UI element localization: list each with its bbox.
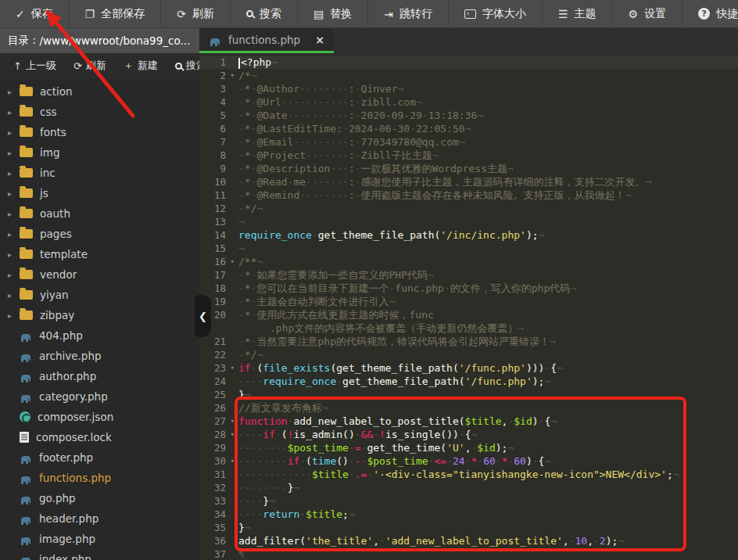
toolbar-button-save-all[interactable]: ❐全部保存 — [70, 0, 162, 27]
tree-item-author.php[interactable]: author.php — [0, 366, 199, 386]
tree-item-functions.php[interactable]: functions.php — [0, 468, 199, 488]
fold-arrow-icon[interactable]: ▾ — [231, 415, 235, 428]
sidebar-button-plus[interactable]: ＋新建 — [116, 59, 165, 73]
editor-line[interactable]: 10·*·@Read·me·······:·感谢您使用子比主题，主题源码有详细的… — [199, 175, 738, 188]
editor-line[interactable]: 37¶ — [199, 547, 738, 560]
tree-item-fonts[interactable]: ▸fonts — [0, 122, 199, 142]
editor-line[interactable]: 30▾········if·(time()·-·$post_time·<=·24… — [199, 454, 738, 468]
editor-line[interactable]: 3·*·@Author········:·Qinver¬ — [199, 82, 738, 95]
toolbar-button-search[interactable]: 搜索 — [231, 0, 298, 27]
tree-item-index.php[interactable]: index.php — [0, 549, 199, 560]
editor-line[interactable]: 33····}¬ — [199, 494, 738, 508]
editor-line[interactable]: 19·*·主题会自动判断文件进行引入¬ — [199, 295, 738, 308]
editor-line[interactable]: 4·*·@Url···········:·zibll.com¬ — [199, 95, 738, 109]
editor-line[interactable]: 21·*·当然需要注意php的代码规范，错误代码将会引起网站严重错误！¬ — [199, 335, 738, 348]
editor-line[interactable]: 28▾····if·(!is_admin()·&&·!is_single())·… — [199, 428, 738, 441]
toolbar-button-settings[interactable]: ⚙设置 — [613, 0, 683, 27]
tree-item-composer.lock[interactable]: composer.lock — [0, 427, 199, 447]
toolbar-button-goto-line[interactable]: ⇥跳转行 — [368, 0, 449, 27]
editor-line[interactable]: 34····return·$title;¬ — [199, 508, 738, 521]
tree-item-404.php[interactable]: 404.php — [0, 325, 199, 346]
expand-arrow-icon[interactable]: ▸ — [8, 88, 20, 96]
fold-arrow-icon[interactable]: ▾ — [231, 361, 235, 375]
editor-line[interactable]: 13¬ — [199, 215, 738, 228]
editor-line[interactable]: 16▾/**¬ — [199, 255, 738, 268]
expand-arrow-icon[interactable]: ▸ — [8, 128, 20, 137]
tree-item-img[interactable]: ▸img — [0, 142, 199, 163]
tree-item-category.php[interactable]: category.php — [0, 386, 199, 407]
editor-line[interactable]: .php文件的内容将不会被覆盖（手动更新仍然会覆盖）¬ — [199, 321, 738, 335]
code-editor[interactable]: 1<?php¬2▾/*¬3·*·@Author········:·Qinver¬… — [199, 53, 738, 560]
editor-line[interactable]: 35}¬ — [199, 521, 738, 534]
editor-tab[interactable]: functions.php× — [199, 28, 334, 53]
tree-item-image.php[interactable]: image.php — [0, 529, 199, 549]
expand-arrow-icon[interactable]: ▸ — [8, 149, 20, 157]
expand-arrow-icon[interactable]: ▸ — [8, 169, 20, 178]
editor-line[interactable]: 6·*·@LastEditTime:·2024-06-30·22:05:50¬ — [199, 122, 738, 135]
sidebar-collapse-handle[interactable]: ❮ — [195, 295, 211, 337]
editor-line[interactable]: 2▾/*¬ — [199, 69, 738, 82]
editor-line[interactable]: 14require_once·get_theme_file_path('/inc… — [199, 228, 738, 242]
editor-line[interactable]: 11·*·@Remind········:·使用盗版主题会存在各种未知风险。支持… — [199, 188, 738, 202]
tree-item-vendor[interactable]: ▸vendor — [0, 264, 199, 285]
tree-item-template[interactable]: ▸template — [0, 244, 199, 264]
fold-arrow-icon[interactable]: ▾ — [231, 428, 235, 441]
toolbar-button-replace[interactable]: ▤替换 — [298, 0, 368, 27]
tree-item-footer.php[interactable]: footer.php — [0, 447, 199, 468]
toolbar-button-font-size[interactable]: ›字体大小 — [449, 0, 543, 27]
expand-arrow-icon[interactable]: ▸ — [8, 291, 20, 300]
tree-item-inc[interactable]: ▸inc — [0, 163, 199, 183]
tree-item-pages[interactable]: ▸pages — [0, 224, 199, 244]
toolbar-button-hotkeys[interactable]: ?快捷键 — [682, 0, 738, 27]
editor-line[interactable]: 20·*·使用此方式在线更新主题的时候，func — [199, 308, 738, 321]
editor-line[interactable]: 36add_filter('the_title',·'add_new_label… — [199, 534, 738, 547]
editor-line[interactable]: 18·*·您可以在当前目录下新建一个·func.php·的文件，写入你的php代… — [199, 282, 738, 295]
expand-arrow-icon[interactable]: ▸ — [8, 271, 20, 279]
expand-arrow-icon[interactable]: ▸ — [8, 210, 20, 218]
fold-arrow-icon[interactable]: ▾ — [231, 255, 235, 268]
sidebar-button-up[interactable]: ↑上一级 — [6, 59, 63, 73]
editor-line[interactable]: 27▾function·add_new_label_to_post_title(… — [199, 415, 738, 428]
expand-arrow-icon[interactable]: ▸ — [8, 108, 20, 117]
expand-arrow-icon[interactable]: ▸ — [8, 250, 20, 259]
refresh-icon: ⟳ — [177, 8, 186, 20]
tree-item-action[interactable]: ▸action — [0, 81, 199, 102]
toolbar-button-theme[interactable]: ☰主题 — [543, 0, 613, 27]
editor-line[interactable]: 25}¬ — [199, 388, 738, 401]
editor-line[interactable]: 29········$post_time·=·get_the_time('U',… — [199, 441, 738, 454]
fold-arrow-icon[interactable]: ▾ — [231, 69, 235, 82]
toolbar-button-check[interactable]: ✓保存 — [0, 0, 70, 27]
tree-item-go.php[interactable]: go.php — [0, 488, 199, 508]
tree-item-zibpay[interactable]: ▸zibpay — [0, 305, 199, 325]
editor-line[interactable]: 1<?php¬ — [199, 56, 738, 69]
tree-item-yiyan[interactable]: ▸yiyan — [0, 285, 199, 305]
tree-item-css[interactable]: ▸css — [0, 102, 199, 122]
editor-line[interactable]: 26//新文章发布角标¬ — [199, 401, 738, 415]
editor-line[interactable]: 8·*·@Project·······:·Zibll子比主题¬ — [199, 149, 738, 162]
editor-line[interactable]: 32········}¬ — [199, 481, 738, 494]
editor-line[interactable]: 15¬ — [199, 242, 738, 255]
toolbar-button-refresh[interactable]: ⟳刷新 — [161, 0, 231, 27]
sidebar-button-search[interactable]: 搜索 — [168, 59, 199, 73]
tree-item-label: image.php — [39, 533, 95, 545]
tab-close-icon[interactable]: × — [315, 34, 324, 46]
sidebar-button-refresh[interactable]: ⟳刷新 — [66, 59, 113, 73]
expand-arrow-icon[interactable]: ▸ — [8, 230, 20, 239]
tree-item-js[interactable]: ▸js — [0, 183, 199, 203]
expand-arrow-icon[interactable]: ▸ — [8, 311, 20, 320]
editor-line[interactable]: 7·*·@Email·········:·770349780@qq.com¬ — [199, 135, 738, 149]
tree-item-header.php[interactable]: header.php — [0, 508, 199, 529]
fold-arrow-icon[interactable]: ▾ — [231, 454, 235, 468]
expand-arrow-icon[interactable]: ▸ — [8, 189, 20, 198]
editor-line[interactable]: 12·*/¬ — [199, 202, 738, 215]
editor-line[interactable]: 22·*/¬ — [199, 348, 738, 361]
editor-line[interactable]: 24····require_once·get_theme_file_path('… — [199, 375, 738, 388]
editor-line[interactable]: 9·*·@Description···:·一款极其优雅的Wordpress主题¬ — [199, 162, 738, 175]
tree-item-composer.json[interactable]: composer.json — [0, 407, 199, 427]
tree-item-archive.php[interactable]: archive.php — [0, 346, 199, 366]
editor-line[interactable]: 17·*·如果您需要添加一些自定义的PHP代码¬ — [199, 268, 738, 282]
editor-line[interactable]: 23▾if·(file_exists(get_theme_file_path('… — [199, 361, 738, 375]
tree-item-oauth[interactable]: ▸oauth — [0, 203, 199, 224]
editor-line[interactable]: 31············$title·.=·'·<div·class="ti… — [199, 468, 738, 481]
editor-line[interactable]: 5·*·@Date··········:·2020-09-29·13:18:36… — [199, 109, 738, 122]
